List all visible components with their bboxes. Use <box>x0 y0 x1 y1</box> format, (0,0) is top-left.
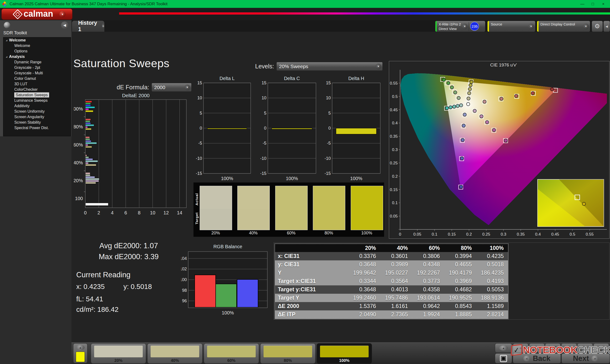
tab-history-1[interactable]: History 1 + <box>72 21 104 32</box>
levels-dropdown[interactable]: 20% Sweeps ▼ <box>276 62 383 71</box>
sidebar-collapse-button[interactable]: ◀ <box>61 21 68 29</box>
display-control-dropdown[interactable]: Direct Display Control ▼ <box>537 21 590 32</box>
source-dropdown[interactable]: Source ▼ <box>487 21 535 32</box>
max-de2000: Max dE2000: 3.39 <box>79 252 179 261</box>
sidebar-item-dynamic-range[interactable]: Dynamic Range <box>3 59 71 65</box>
svg-text:20%: 20% <box>74 178 83 183</box>
sidebar-item-grayscale-2pt[interactable]: Grayscale - 2pt <box>3 65 71 70</box>
sidebar-item-screen-stability[interactable]: Screen Stability <box>3 120 71 125</box>
table-cell: 2.8214 <box>476 311 508 318</box>
table-cell: 195.0227 <box>380 270 412 276</box>
table-column-header: 80% <box>444 245 476 251</box>
table-cell: 2.0490 <box>348 311 380 318</box>
svg-text:5: 5 <box>264 111 266 116</box>
svg-text:-10: -10 <box>260 156 266 161</box>
de-formula-dropdown[interactable]: 2000 ▼ <box>152 83 192 92</box>
patch-button-80%[interactable]: 80% <box>260 343 315 364</box>
next-button[interactable]: Next » <box>561 353 610 364</box>
delta-c-chart: Delta C151050-5-10-15100% <box>260 76 324 185</box>
meter-count-badge[interactable]: 235 <box>470 22 479 31</box>
sidebar-item-label: Grayscale - 2pt <box>14 65 40 70</box>
ellipse-button[interactable]: ◯ <box>593 343 609 353</box>
sidebar-item-label: Screen Uniformity <box>14 109 45 114</box>
table-cell: 1.1589 <box>476 303 508 310</box>
maximize-button[interactable]: □ <box>588 0 598 8</box>
table-cell: 0.3648 <box>348 286 380 293</box>
sidebar-item-label: Color Gamut <box>14 77 36 81</box>
stop-button[interactable] <box>495 353 512 364</box>
current-color-chip <box>76 351 85 362</box>
svg-text:0: 0 <box>84 210 87 215</box>
tree-expand-icon[interactable]: ◢ <box>6 55 9 58</box>
patch-window-button[interactable]: ▲ <box>73 343 88 363</box>
chevron-down-icon: ▼ <box>462 24 467 29</box>
patch-color <box>263 346 312 357</box>
svg-text:0.35: 0.35 <box>390 134 398 139</box>
meter-dropdown[interactable]: X-Rite i1Pro 2 Direct View ▼ 235 <box>435 21 485 32</box>
table-cell: 0.4348 <box>412 261 444 268</box>
sidebar-item-welcome[interactable]: Welcome <box>3 43 71 48</box>
refresh-button[interactable]: ↻ <box>577 343 593 353</box>
sidebar-item-saturation-sweeps[interactable]: Saturation Sweeps <box>3 92 71 98</box>
sidebar-item-analysis[interactable]: ◢Analysis <box>3 54 71 59</box>
svg-text:100%: 100% <box>221 176 233 181</box>
swatch-100% <box>351 186 383 230</box>
page-title: Saturation Sweeps <box>73 57 169 70</box>
svg-text:10: 10 <box>197 95 202 100</box>
patch-label: 40% <box>147 358 202 363</box>
table-cell: 192.2267 <box>412 270 444 276</box>
table-cell: 1.9924 <box>412 311 444 318</box>
loop-button[interactable]: ∞ <box>561 343 577 353</box>
sidebar-item-label: Options <box>14 49 27 53</box>
minimize-button[interactable]: — <box>577 0 588 8</box>
sidebar-item-colorchecker[interactable]: ColorChecker <box>3 87 71 92</box>
table-cell: 188.9136 <box>476 295 508 301</box>
window-button[interactable]: [w] <box>545 343 561 353</box>
panel-collapse-button[interactable]: ◀ <box>603 21 610 32</box>
close-button[interactable]: × <box>598 0 609 8</box>
swatch-label: 40% <box>237 231 269 236</box>
tree-expand-icon[interactable]: ◢ <box>6 39 9 41</box>
svg-text:0.1: 0.1 <box>392 201 398 205</box>
sidebar-item-luminance-sweeps[interactable]: Luminance Sweeps <box>3 98 71 103</box>
back-button[interactable]: « Back <box>513 353 561 364</box>
sidebar-sphere-button[interactable] <box>4 22 10 28</box>
calman-logo-button[interactable]: calman ▼ <box>1 9 72 20</box>
svg-text:0.55: 0.55 <box>390 81 398 86</box>
logo-dropdown-icon[interactable]: ▼ <box>59 11 65 17</box>
sidebar-item-color-gamut[interactable]: Color Gamut <box>3 76 71 81</box>
sidebar-title: SDR Toolkit <box>3 30 27 36</box>
table-cell: 199.9642 <box>348 270 380 276</box>
sidebar-item-screen-angularity[interactable]: Screen Angularity <box>3 114 71 120</box>
table-cell: 190.4179 <box>444 270 476 276</box>
sidebar-item-spectral-power-dist-[interactable]: Spectral Power Dist. <box>3 125 71 130</box>
sidebar-item-welcome[interactable]: ◢Welcome <box>3 37 71 43</box>
svg-text:0.1: 0.1 <box>432 232 438 236</box>
add-tab-button[interactable]: + <box>102 23 104 29</box>
settings-button[interactable]: ⚙ <box>592 21 603 32</box>
sidebar-item-options[interactable]: Options <box>3 48 71 54</box>
patch-button-40%[interactable]: 40% <box>147 343 203 364</box>
meter-up-button[interactable]: ▲ <box>495 343 512 353</box>
patch-button-100%[interactable]: 100% <box>317 343 372 364</box>
table-cell: 0.4235 <box>476 253 508 260</box>
svg-text:0.2: 0.2 <box>392 174 398 179</box>
table-cell: 0.4682 <box>444 286 476 293</box>
swatch-label: 80% <box>313 231 345 236</box>
sidebar-item-3d-lut[interactable]: 3D LUT <box>3 81 71 87</box>
sidebar-item-label: Welcome <box>9 38 26 42</box>
patch-button-60%[interactable]: 60% <box>204 343 259 364</box>
play-button[interactable]: ▶ <box>529 343 545 353</box>
svg-text:0.4: 0.4 <box>535 232 541 236</box>
app-icon <box>2 2 7 6</box>
table-cell: 0.4655 <box>444 261 476 268</box>
svg-text:8: 8 <box>138 210 141 215</box>
sidebar-item-screen-uniformity[interactable]: Screen Uniformity <box>3 109 71 114</box>
patch-button-20%[interactable]: 20% <box>91 343 146 364</box>
sidebar-item-label: Welcome <box>14 44 30 48</box>
sidebar-item-additivity[interactable]: Additivity <box>3 103 71 109</box>
svg-text:0.45: 0.45 <box>551 232 559 236</box>
record-button[interactable]: ● <box>513 343 529 353</box>
sidebar-item-grayscale-multi[interactable]: Grayscale - Multi <box>3 70 71 76</box>
svg-text:5: 5 <box>328 111 331 116</box>
